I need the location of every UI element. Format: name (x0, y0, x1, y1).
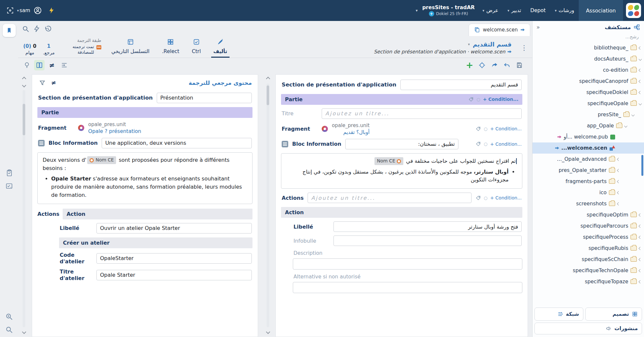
tag-icon[interactable] (475, 141, 481, 147)
tab-publications[interactable]: منشورات (534, 323, 642, 334)
status-circle-icon[interactable]: ○ (484, 141, 487, 146)
nom-ce-chip[interactable]: Nom CE (374, 157, 403, 165)
tasks-icon[interactable] (5, 169, 13, 177)
flash-icon[interactable] (46, 5, 57, 16)
tag-icon[interactable] (475, 126, 481, 132)
document-tab[interactable]: welcome.scen (469, 24, 531, 36)
scrollbar-thumb[interactable] (267, 85, 269, 105)
chevron-icon[interactable] (617, 169, 620, 172)
status-circle-icon[interactable]: ○ (484, 126, 487, 131)
target-panel-scrollbar[interactable] (262, 76, 274, 335)
tab-review[interactable]: Relect. (160, 38, 182, 58)
section-title-input[interactable] (400, 80, 522, 90)
references-stat[interactable]: 1 مرجع. (43, 43, 55, 55)
list-item[interactable]: presSite_ (533, 109, 644, 120)
lightbulb-icon[interactable] (22, 60, 32, 70)
list-item[interactable]: docsAuteurs_ (533, 53, 644, 65)
code-atelier-input[interactable] (96, 253, 252, 264)
side-by-side-view-icon[interactable] (34, 60, 45, 70)
save-button[interactable] (514, 60, 525, 70)
status-circle-icon[interactable]: ○ (476, 97, 480, 102)
list-item[interactable]: specifiqueProcess (533, 232, 644, 243)
tag-icon[interactable] (475, 195, 481, 201)
list-item[interactable]: specifiqueCanoprof (533, 76, 644, 87)
tab-network[interactable]: شبكة (534, 308, 583, 321)
chevron-down-icon[interactable]: ▾ (17, 9, 19, 13)
partie-band[interactable]: Partie (37, 107, 252, 118)
scrollbar-thumb[interactable] (641, 155, 643, 176)
chevron-down-icon[interactable]: ▾ (416, 8, 418, 13)
list-item[interactable]: co-edition (533, 65, 644, 76)
merge-rows-icon[interactable] (59, 60, 70, 70)
info-icon[interactable]: + (429, 11, 434, 16)
chevron-icon[interactable] (617, 202, 620, 205)
menu-depot[interactable]: Depot (526, 0, 550, 21)
search-content-icon[interactable] (5, 326, 13, 334)
list-item[interactable]: ico (533, 187, 644, 198)
rich-text-editor[interactable]: تم اقتراح نسختين للجواب على حاجيات مختلف… (281, 153, 522, 189)
alternative-input[interactable] (293, 282, 522, 293)
menu-workshops[interactable]: ورشات▾ (550, 0, 579, 21)
history-icon[interactable] (42, 23, 53, 34)
section-title-input[interactable] (157, 93, 252, 103)
list-item[interactable]: specifiqueTopaze (533, 276, 644, 287)
translation-layer-selector[interactable]: طبقة الترجمة تمت ترجمته للمصادقة (63, 38, 101, 58)
app-logo[interactable] (626, 3, 641, 18)
tab-authoring[interactable]: تأليف (211, 38, 230, 58)
scroll-down-icon[interactable] (20, 328, 28, 335)
tasks-stat[interactable]: 0 (0) مهام (23, 43, 36, 55)
fragment-link[interactable]: أوبال؟ تقديم (332, 129, 370, 135)
frame-icon[interactable] (5, 5, 16, 16)
locate-button[interactable] (477, 60, 487, 70)
list-item[interactable]: ..._Opale_advanced (533, 154, 644, 165)
reference-panel-scrollbar[interactable] (18, 76, 30, 335)
list-item[interactable]: specifiqueParcours (533, 220, 644, 232)
sidebar-scrollbar[interactable] (641, 68, 643, 296)
bloc-title-input[interactable] (102, 138, 252, 148)
add-button[interactable]: + (464, 60, 475, 70)
chevron-icon[interactable] (632, 113, 635, 116)
menu-management[interactable]: تدبير▾ (503, 0, 526, 21)
libelle-input[interactable] (333, 221, 522, 232)
scroll-down-icon[interactable] (20, 82, 28, 89)
description-input[interactable] (293, 258, 522, 270)
list-item[interactable]: fragments-parts (533, 176, 644, 187)
list-item[interactable]: specifiqueTechnOpale (533, 265, 644, 276)
validation-icon[interactable] (5, 182, 13, 190)
nom-ce-chip[interactable]: Nom CE (87, 156, 116, 164)
list-item[interactable]: screenshots (533, 198, 644, 209)
quick-actions-icon[interactable] (31, 23, 42, 34)
chevron-icon[interactable] (639, 57, 642, 61)
chevron-icon[interactable] (617, 158, 620, 161)
chevron-icon[interactable] (639, 46, 642, 49)
tab-design[interactable]: تصميم (585, 308, 642, 321)
tag-icon[interactable] (468, 97, 474, 102)
undo-button[interactable] (502, 60, 512, 70)
list-item[interactable]: specifiqueDokiel (533, 87, 644, 98)
search-icon[interactable] (20, 23, 31, 34)
partie-band[interactable]: Partie ○ + Condition... (281, 94, 522, 105)
bloc-title-input[interactable] (345, 139, 458, 149)
scrollbar-thumb[interactable] (23, 104, 25, 135)
condition-controls[interactable]: ○ + Condition... (475, 126, 522, 132)
filter-input[interactable]: رشح... (533, 32, 644, 42)
chevron-icon[interactable] (617, 180, 620, 183)
zoom-in-icon[interactable] (5, 313, 13, 321)
actions-title-input[interactable] (308, 193, 472, 203)
merge-filter-icon[interactable] (38, 79, 47, 87)
infobulle-input[interactable] (333, 235, 522, 246)
tab-history[interactable]: التسلسل التاريخي (109, 38, 152, 58)
list-item[interactable]: specifiqueRubis (533, 243, 644, 254)
not-equal-icon[interactable]: ≠ (51, 79, 56, 86)
fragment-link[interactable]: Opale ? présentation (88, 128, 141, 134)
chevron-icon[interactable] (624, 124, 628, 127)
item-link-icon[interactable] (508, 50, 512, 53)
action-band[interactable]: Action (281, 207, 522, 218)
list-item[interactable]: specifiqueOptim (533, 209, 644, 220)
bookmarks-tab[interactable] (3, 24, 16, 37)
app-title-block[interactable]: presSites - tradAR Dokiel 25 (fr-FR)+ (422, 5, 475, 16)
list-item[interactable]: bibliotheque_ (533, 42, 644, 53)
not-equal-icon[interactable]: ≠ (47, 60, 57, 70)
status-circle-icon[interactable]: ○ (484, 196, 487, 200)
avatar[interactable] (32, 5, 43, 16)
